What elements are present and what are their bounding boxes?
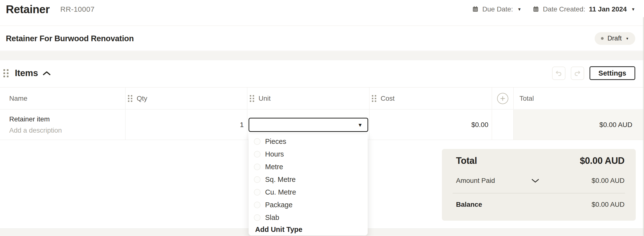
unit-option-package[interactable]: Package: [248, 198, 368, 211]
balance-value: $0.00 AUD: [592, 201, 624, 208]
column-header-qty: Qty: [137, 95, 148, 102]
column-header-unit: Unit: [258, 95, 271, 102]
item-qty-field[interactable]: 1: [125, 110, 247, 140]
calendar-icon: [472, 6, 478, 13]
status-dot-icon: [601, 37, 604, 40]
item-total-value: $0.00 AUD: [600, 121, 632, 129]
add-column-button[interactable]: [497, 93, 508, 104]
column-drag-handle-icon[interactable]: [250, 95, 254, 102]
page-header: Retainer RR-10007 Due Date:: [0, 0, 644, 26]
chevron-down-icon: ▼: [517, 7, 522, 12]
balance-label: Balance: [456, 201, 482, 208]
radio-icon: [254, 214, 260, 221]
chevron-up-icon[interactable]: [43, 71, 50, 76]
redo-button[interactable]: [571, 67, 584, 80]
column-header-cost: Cost: [380, 95, 395, 102]
unit-select[interactable]: ▼: [248, 118, 368, 132]
amount-paid-label: Amount Paid: [456, 177, 495, 185]
item-name-field[interactable]: Retainer item: [9, 115, 50, 123]
column-drag-handle-icon[interactable]: [128, 95, 132, 102]
status-label: Draft: [608, 35, 622, 42]
radio-icon: [254, 189, 260, 195]
total-label: Total: [456, 156, 477, 166]
column-drag-handle-icon[interactable]: [372, 95, 376, 102]
document-subheader: Retainer For Burwood Renovation Draft ▼: [0, 26, 644, 51]
unit-option-metre[interactable]: Metre: [248, 160, 368, 173]
unit-option-cu-metre[interactable]: Cu. Metre: [248, 186, 368, 198]
date-created-label: Date Created:: [543, 5, 585, 13]
radio-icon: [254, 176, 260, 183]
chevron-down-icon: ▼: [358, 123, 362, 128]
calendar-icon: [532, 6, 539, 13]
drag-handle-icon[interactable]: [4, 69, 8, 77]
page-title: Retainer: [6, 3, 50, 16]
radio-icon: [254, 138, 260, 145]
chevron-down-icon[interactable]: [532, 179, 539, 184]
amount-paid-value: $0.00 AUD: [592, 177, 624, 185]
retainer-page: Retainer RR-10007 Due Date:: [0, 0, 644, 236]
document-title: Retainer For Burwood Renovation: [6, 34, 134, 43]
items-table-header: Name Qty Unit Cost: [0, 87, 644, 109]
items-section-title: Items: [15, 68, 38, 78]
unit-dropdown-menu: Pieces Hours Metre Sq. Metre Cu. Metre P…: [248, 134, 368, 235]
radio-icon: [254, 202, 260, 208]
document-number: RR-10007: [60, 5, 94, 14]
date-created-control[interactable]: Date Created: 11 Jan 2024 ▼: [532, 5, 635, 13]
unit-option-slab[interactable]: Slab: [248, 211, 368, 224]
unit-option-sq-metre[interactable]: Sq. Metre: [248, 173, 368, 186]
unit-option-pieces[interactable]: Pieces: [248, 135, 368, 148]
totals-card: Total $0.00 AUD Amount Paid $0.00 AUD Ba…: [442, 149, 636, 221]
column-header-total: Total: [520, 95, 534, 102]
undo-button[interactable]: [552, 67, 566, 80]
status-badge[interactable]: Draft ▼: [595, 32, 635, 45]
item-cost-value: $0.00: [471, 121, 488, 129]
item-cost-field[interactable]: $0.00: [369, 110, 492, 140]
add-unit-type-button[interactable]: Add Unit Type: [248, 224, 368, 235]
scrollbar[interactable]: [643, 17, 644, 236]
item-description-field[interactable]: Add a description: [9, 127, 62, 134]
settings-button[interactable]: Settings: [590, 66, 635, 80]
due-date-control[interactable]: Due Date: ▼: [472, 5, 522, 13]
chevron-down-icon: ▼: [626, 37, 629, 40]
date-created-value: 11 Jan 2024: [589, 5, 627, 13]
section-gap: [0, 51, 644, 60]
chevron-down-icon: ▼: [631, 7, 635, 12]
unit-option-hours[interactable]: Hours: [248, 148, 368, 160]
item-qty-value: 1: [240, 121, 244, 129]
totals-divider: [452, 193, 625, 193]
column-header-name: Name: [9, 95, 28, 102]
due-date-label: Due Date:: [482, 5, 513, 13]
radio-icon: [254, 151, 260, 158]
total-value: $0.00 AUD: [580, 156, 624, 166]
radio-icon: [254, 164, 260, 170]
